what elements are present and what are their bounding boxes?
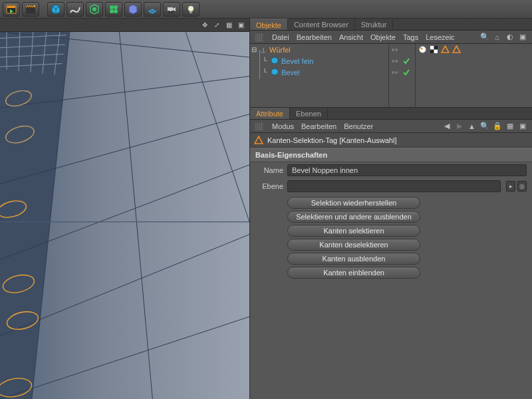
viewport-move-icon[interactable]: ✥: [200, 21, 209, 30]
object-panel-menu: Datei Bearbeiten Ansicht Objekte Tags Le…: [250, 31, 532, 44]
panel-max-icon[interactable]: ▣: [518, 33, 527, 41]
viewport-scale-icon[interactable]: ⤢: [212, 21, 221, 30]
bevel-icon: [271, 68, 279, 76]
menu-ansicht[interactable]: Ansicht: [339, 33, 363, 41]
menu-benutzer[interactable]: Benutzer: [344, 122, 373, 130]
tool-clapper-icon[interactable]: [22, 2, 39, 17]
tags-row: [416, 44, 532, 55]
phong-tag-icon[interactable]: [418, 45, 427, 54]
menu-modus[interactable]: Modus: [272, 122, 294, 130]
viewport[interactable]: ✥ ⤢ ▦ ▣: [0, 19, 250, 399]
svg-rect-28: [434, 50, 438, 54]
edge-sel-tag-icon[interactable]: [452, 45, 461, 54]
object-tree[interactable]: ⊟ Würfel └ Bevel fein └ Bevel: [250, 44, 532, 108]
tab-ebenen[interactable]: Ebenen: [290, 108, 328, 119]
attribute-menu: Modus Bearbeiten Benutzer ◀ ▶ ▲ 🔍 🔒 ▦ ▣: [250, 120, 532, 133]
tab-struktur[interactable]: Struktur: [355, 19, 394, 30]
vis-toggle[interactable]: [389, 66, 400, 78]
tool-array-icon[interactable]: [105, 2, 122, 17]
field-ebene: Ebene ▸ ◎: [250, 178, 532, 194]
svg-point-9: [114, 9, 118, 13]
svg-rect-14: [190, 11, 192, 13]
layer-target-icon[interactable]: ◎: [517, 181, 527, 192]
viewport-grid-icon[interactable]: ▦: [224, 21, 233, 30]
menu-tags[interactable]: Tags: [403, 33, 418, 41]
nav-up-icon[interactable]: ▲: [467, 122, 476, 130]
svg-point-13: [188, 6, 194, 11]
field-name: Name: [250, 162, 532, 178]
tab-attribute[interactable]: Attribute: [250, 108, 290, 119]
panel-eye-icon[interactable]: ◐: [505, 33, 514, 41]
attr-max-icon[interactable]: ▣: [518, 122, 527, 130]
panel-grip-icon[interactable]: [255, 122, 263, 130]
viewport-max-icon[interactable]: ▣: [236, 21, 245, 30]
vis-toggle[interactable]: [389, 44, 400, 55]
svg-rect-3: [26, 7, 35, 14]
btn-hide-edges[interactable]: Kanten ausblenden: [287, 253, 420, 265]
attr-search-icon[interactable]: 🔍: [480, 122, 489, 130]
main-toolbar: [0, 0, 532, 19]
warning-icon: [254, 136, 263, 145]
viewport-canvas[interactable]: [0, 32, 249, 399]
collapse-icon[interactable]: ⊟: [250, 46, 258, 53]
enable-check-icon[interactable]: [400, 55, 412, 66]
bevel-icon: [271, 57, 279, 65]
btn-deselect-edges[interactable]: Kanten deselektieren: [287, 239, 420, 251]
btn-restore-selection[interactable]: Selektion wiederherstellen: [287, 197, 420, 209]
nav-back-icon[interactable]: ◀: [442, 122, 451, 130]
svg-rect-27: [430, 46, 434, 50]
label-ebene: Ebene: [255, 182, 283, 190]
svg-point-5: [92, 7, 96, 11]
btn-show-edges[interactable]: Kanten einblenden: [287, 267, 420, 279]
menu-datei[interactable]: Datei: [272, 33, 289, 41]
new-window-icon[interactable]: ▦: [505, 122, 514, 130]
texture-tag-icon[interactable]: [430, 45, 438, 54]
input-name[interactable]: [287, 164, 527, 176]
nav-fwd-icon[interactable]: ▶: [455, 122, 464, 130]
tab-objekte[interactable]: Objekte: [250, 19, 288, 30]
menu-bearbeiten2[interactable]: Bearbeiten: [301, 122, 336, 130]
axis-icon: [259, 45, 268, 54]
svg-rect-1: [7, 6, 15, 8]
tree-item-bevel[interactable]: └ Bevel: [250, 66, 388, 78]
panel-grip-icon[interactable]: [255, 33, 263, 41]
enable-check-icon[interactable]: [400, 66, 412, 78]
vis-toggle[interactable]: [389, 55, 400, 66]
btn-select-hide-others[interactable]: Selektieren und andere ausblenden: [287, 211, 420, 223]
lock-icon[interactable]: 🔒: [493, 122, 501, 130]
menu-lesezeichen[interactable]: Lesezeic: [426, 33, 454, 41]
svg-point-25: [420, 47, 423, 50]
tool-floor-icon[interactable]: [144, 2, 161, 17]
tool-camera-icon[interactable]: [163, 2, 180, 17]
svg-point-11: [168, 11, 170, 13]
menu-objekte[interactable]: Objekte: [370, 33, 396, 41]
menu-bearbeiten[interactable]: Bearbeiten: [297, 33, 332, 41]
tool-light-icon[interactable]: [182, 2, 200, 17]
panel-search-icon[interactable]: 🔍: [480, 33, 489, 41]
svg-point-24: [420, 47, 426, 53]
tool-sds-icon[interactable]: [86, 2, 103, 17]
tree-label: Würfel: [269, 46, 291, 54]
tool-spline-icon[interactable]: [66, 2, 84, 17]
panel-home-icon[interactable]: ⌂: [493, 33, 501, 41]
layer-menu-icon[interactable]: ▸: [506, 181, 515, 192]
tool-boole-icon[interactable]: [124, 2, 142, 17]
section-basis: Basis-Eigenschaften: [250, 148, 532, 162]
tree-label: Bevel fein: [281, 57, 313, 65]
attribute-body: Kanten-Selektion-Tag [Kanten-Auswahl] Ba…: [250, 133, 532, 399]
tool-record-icon[interactable]: [3, 2, 20, 17]
btn-select-edges[interactable]: Kanten selektieren: [287, 225, 420, 237]
label-name: Name: [255, 166, 283, 174]
tree-label: Bevel: [281, 68, 300, 76]
selection-title-bar: Kanten-Selektion-Tag [Kanten-Auswahl]: [250, 133, 532, 148]
object-panel-tabs: Objekte Content Browser Struktur: [250, 19, 532, 31]
svg-point-8: [110, 9, 114, 13]
tree-item-bevel-fein[interactable]: └ Bevel fein: [250, 55, 388, 66]
input-ebene[interactable]: [287, 180, 501, 192]
attribute-tabs: Attribute Ebenen: [250, 108, 532, 120]
tool-cube-icon[interactable]: [47, 2, 65, 17]
svg-point-6: [110, 5, 114, 9]
tree-item-wuerfel[interactable]: ⊟ Würfel: [250, 44, 388, 55]
tab-content-browser[interactable]: Content Browser: [288, 19, 355, 30]
edge-sel-tag-icon[interactable]: [441, 45, 450, 54]
